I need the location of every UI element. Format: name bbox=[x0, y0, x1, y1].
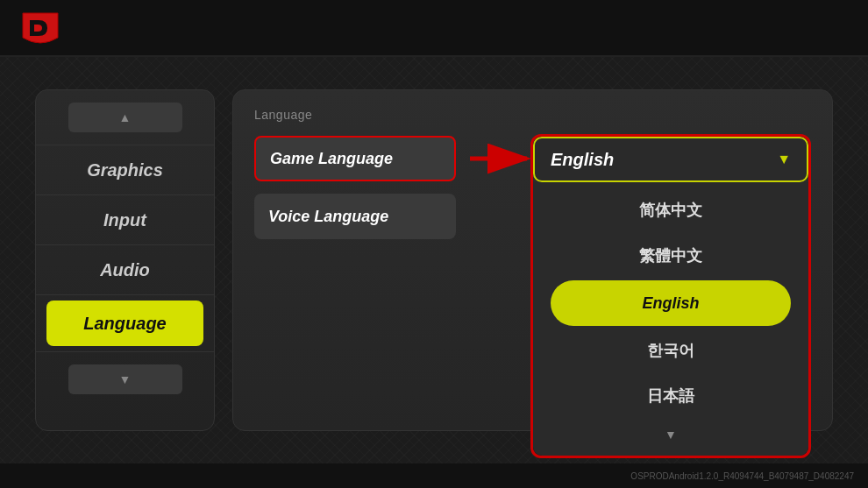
sidebar-divider-2 bbox=[36, 194, 214, 195]
dropdown-chevron-icon: ▼ bbox=[777, 152, 791, 167]
main-content: Graphics Input Audio Language Language G… bbox=[0, 57, 868, 463]
arrow-down-icon bbox=[119, 371, 132, 387]
dropdown-scroll-down[interactable]: ▼ bbox=[533, 419, 808, 450]
scroll-down-icon: ▼ bbox=[665, 428, 677, 442]
dropdown-option-english[interactable]: English bbox=[551, 280, 791, 326]
arrow-up-icon bbox=[119, 110, 132, 125]
dropdown-option-simplified-chinese[interactable]: 简体中文 bbox=[533, 187, 808, 233]
sidebar-divider-3 bbox=[36, 244, 214, 245]
sidebar-item-input-label: Input bbox=[103, 210, 146, 230]
arrow-indicator-icon bbox=[470, 141, 540, 176]
sidebar-item-graphics-label: Graphics bbox=[87, 160, 163, 180]
dropdown-selected-text: English bbox=[551, 150, 614, 170]
sidebar-item-language-label: Language bbox=[83, 314, 166, 334]
version-text: OSPRODAndroid1.2.0_R4094744_B4079487_D40… bbox=[630, 471, 854, 481]
sidebar-divider-4 bbox=[36, 294, 214, 295]
game-language-label: Game Language bbox=[270, 150, 393, 168]
dropdown-list: 简体中文 繁體中文 English 한국어 日本語 ▼ bbox=[533, 182, 808, 456]
content-panel: Language Game Language Voice Language bbox=[232, 89, 833, 431]
sidebar-item-graphics[interactable]: Graphics bbox=[36, 147, 214, 193]
voice-language-label: Voice Language bbox=[268, 208, 388, 226]
sidebar-item-input[interactable]: Input bbox=[36, 197, 214, 243]
game-language-box: Game Language bbox=[254, 136, 456, 181]
sidebar-item-audio[interactable]: Audio bbox=[36, 247, 214, 293]
logo-icon bbox=[18, 10, 63, 46]
sidebar-scroll-up[interactable] bbox=[68, 103, 182, 132]
voice-language-box: Voice Language bbox=[254, 194, 456, 239]
sidebar-divider-1 bbox=[36, 145, 214, 145]
sidebar: Graphics Input Audio Language bbox=[35, 89, 215, 431]
sidebar-scroll-down[interactable] bbox=[68, 364, 182, 394]
dropdown-option-korean[interactable]: 한국어 bbox=[533, 328, 808, 373]
sidebar-item-language[interactable]: Language bbox=[46, 301, 203, 346]
bottom-bar: OSPRODAndroid1.2.0_R4094744_B4079487_D40… bbox=[0, 463, 868, 488]
dropdown-option-traditional-chinese[interactable]: 繁體中文 bbox=[533, 233, 808, 279]
language-dropdown-container: English ▼ 简体中文 繁體中文 English 한국어 日本語 bbox=[530, 134, 811, 458]
dropdown-option-japanese[interactable]: 日本語 bbox=[533, 373, 808, 419]
sidebar-divider-5 bbox=[36, 351, 214, 352]
section-label: Language bbox=[254, 108, 811, 122]
language-dropdown-selected[interactable]: English ▼ bbox=[533, 137, 808, 182]
top-bar bbox=[0, 0, 868, 57]
sidebar-item-audio-label: Audio bbox=[100, 260, 150, 280]
